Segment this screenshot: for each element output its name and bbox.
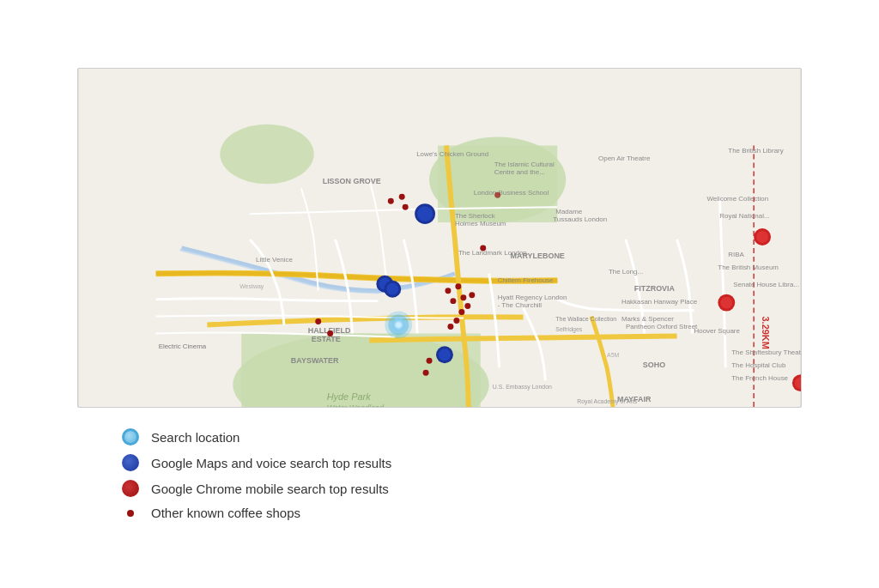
svg-text:Marks & Spencer: Marks & Spencer	[621, 315, 674, 323]
svg-text:FITZROVIA: FITZROVIA	[634, 284, 676, 293]
svg-point-65	[447, 324, 453, 330]
svg-text:Royal Academy of Arts: Royal Academy of Arts	[577, 398, 637, 405]
main-container: 3.29KM LISSON GROVE BAYSWATER HALLFIELD …	[70, 68, 809, 520]
chrome-results-icon	[122, 480, 139, 497]
svg-point-5	[220, 124, 313, 185]
svg-point-56	[403, 204, 409, 210]
svg-text:London Business School: London Business School	[474, 189, 549, 197]
svg-text:The Islamic Cultural: The Islamic Cultural	[494, 161, 555, 168]
svg-text:A5M: A5M	[607, 352, 620, 358]
svg-text:The Long...: The Long...	[609, 268, 643, 276]
svg-text:Madame: Madame	[555, 208, 582, 215]
svg-text:3.29KM: 3.29KM	[761, 317, 771, 349]
svg-text:LISSON GROVE: LISSON GROVE	[323, 177, 381, 185]
svg-text:Open Air Theatre: Open Air Theatre	[598, 155, 651, 162]
legend: Search location Google Maps and voice se…	[122, 428, 391, 520]
svg-point-67	[423, 370, 429, 376]
svg-text:Hoover Square: Hoover Square	[694, 327, 740, 335]
google-maps-label: Google Maps and voice search top results	[151, 456, 391, 470]
svg-text:ESTATE: ESTATE	[312, 335, 341, 343]
svg-text:Lowe's Chicken Ground: Lowe's Chicken Ground	[416, 150, 488, 158]
svg-text:Electric Cinema: Electric Cinema	[159, 342, 207, 350]
svg-text:The British Museum: The British Museum	[718, 264, 779, 271]
svg-point-71	[494, 192, 500, 198]
svg-point-79	[417, 206, 433, 221]
map-svg: 3.29KM LISSON GROVE BAYSWATER HALLFIELD …	[78, 69, 801, 407]
svg-point-54	[388, 198, 394, 204]
svg-text:Centre and the...: Centre and the...	[494, 168, 545, 176]
svg-text:The British Library: The British Library	[728, 147, 783, 155]
search-location-label: Search location	[151, 430, 239, 445]
svg-point-90	[396, 323, 401, 328]
svg-text:Selfridges: Selfridges	[555, 326, 582, 333]
svg-text:The Sherlock: The Sherlock	[455, 212, 495, 220]
svg-text:- The Churchill: - The Churchill	[498, 301, 543, 309]
svg-point-57	[445, 288, 451, 294]
svg-text:Royal National...: Royal National...	[719, 212, 769, 220]
svg-point-60	[450, 298, 456, 304]
svg-text:Hyde Park: Hyde Park	[327, 391, 372, 402]
svg-text:Wellcome Collection: Wellcome Collection	[706, 195, 768, 203]
svg-point-83	[386, 283, 398, 295]
svg-point-73	[756, 231, 768, 243]
legend-item-google-maps: Google Maps and voice search top results	[122, 454, 391, 471]
svg-text:Water Woodland: Water Woodland	[327, 403, 385, 407]
svg-point-68	[480, 245, 486, 251]
svg-text:The Hospital Club: The Hospital Club	[731, 361, 786, 369]
svg-text:The Landmark London: The Landmark London	[458, 249, 527, 257]
svg-text:Westway: Westway	[239, 283, 264, 290]
svg-text:RIBA: RIBA	[728, 251, 744, 258]
svg-text:SOHO: SOHO	[643, 361, 665, 369]
svg-text:BAYSWATER: BAYSWATER	[291, 356, 339, 365]
legend-item-search: Search location	[122, 428, 391, 446]
svg-point-55	[399, 194, 405, 200]
svg-point-59	[460, 294, 466, 300]
svg-point-85	[439, 349, 451, 361]
svg-text:U.S. Embassy London: U.S. Embassy London	[493, 384, 552, 391]
svg-text:Senate House Libra...: Senate House Libra...	[733, 281, 799, 288]
svg-text:The Shaftesbury Theatre: The Shaftesbury Theatre	[731, 349, 801, 356]
map-area: 3.29KM LISSON GROVE BAYSWATER HALLFIELD …	[77, 68, 802, 408]
svg-point-66	[427, 358, 433, 364]
chrome-label: Google Chrome mobile search top results	[151, 482, 389, 496]
svg-text:The French House: The French House	[731, 374, 788, 382]
svg-point-62	[469, 292, 475, 298]
svg-point-58	[455, 283, 461, 289]
svg-text:Pantheon Oxford Street: Pantheon Oxford Street	[626, 323, 698, 330]
svg-text:Tussauds London: Tussauds London	[553, 215, 607, 223]
other-coffee-icon	[127, 510, 134, 517]
svg-point-70	[327, 330, 333, 336]
svg-point-69	[315, 318, 321, 324]
legend-item-chrome: Google Chrome mobile search top results	[122, 480, 391, 497]
other-coffee-label: Other known coffee shops	[151, 506, 300, 520]
svg-text:Chiltern Firehouse: Chiltern Firehouse	[498, 276, 554, 284]
svg-text:Hakkasan Hanway Place: Hakkasan Hanway Place	[621, 298, 698, 306]
svg-text:Holmes Museum: Holmes Museum	[455, 220, 506, 227]
svg-point-64	[453, 318, 459, 324]
search-location-icon	[122, 428, 139, 446]
svg-point-61	[464, 303, 470, 309]
svg-text:Little Venice: Little Venice	[256, 256, 293, 264]
google-maps-icon	[122, 454, 139, 471]
legend-item-other: Other known coffee shops	[122, 506, 391, 520]
svg-point-75	[720, 297, 732, 309]
svg-text:The Wallace Collection: The Wallace Collection	[555, 316, 616, 322]
svg-text:Hyatt Regency London: Hyatt Regency London	[498, 294, 567, 301]
svg-point-63	[458, 309, 464, 315]
